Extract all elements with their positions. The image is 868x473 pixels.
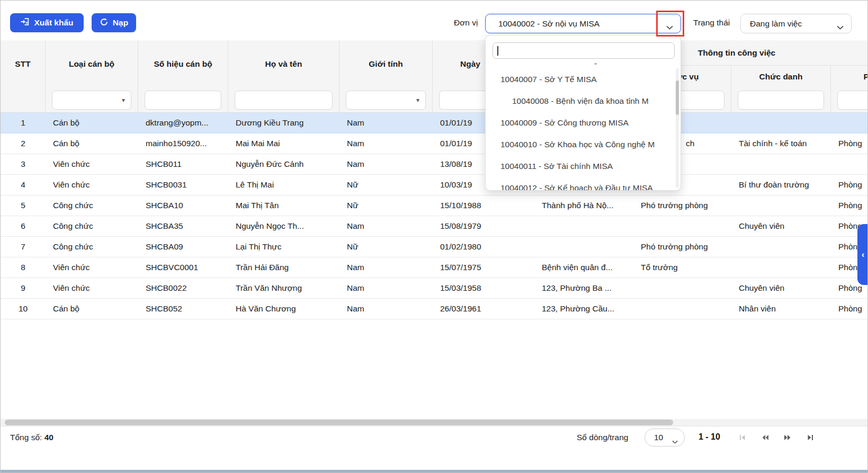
cell-chuc_vu: [633, 216, 731, 236]
cell-phong_ban: [831, 113, 868, 133]
page-size-value: 10: [654, 433, 663, 442]
cell-stt: 9: [1, 278, 46, 298]
cell-col_hidden: Bệnh viện quân đ...: [534, 257, 633, 278]
cell-so_hieu: SHCB0022: [138, 278, 228, 298]
cell-gioi_tinh: Nam: [339, 278, 433, 298]
table-row[interactable]: 10Cán bộSHCB052Hà Văn ChươngNam26/03/196…: [1, 299, 868, 319]
unit-dropdown-item[interactable]: 10040007 - Sở Y Tế MISA: [486, 68, 677, 90]
cell-loai_can_bo: Công chức: [46, 237, 138, 257]
table-row[interactable]: 7Công chứcSHCBA09Lại Thị ThựcNữ01/02/198…: [1, 237, 868, 257]
horizontal-scrollbar-thumb[interactable]: [5, 420, 673, 425]
cell-so_hieu: SHCB052: [138, 299, 228, 319]
unit-dropdown-search-input[interactable]: [493, 42, 675, 59]
cell-col_hidden: [534, 216, 633, 236]
first-page-button[interactable]: [738, 433, 747, 442]
cell-chuc_danh: Bí thư đoàn trường: [731, 175, 831, 195]
page-range: 1 - 10: [699, 432, 720, 442]
export-button[interactable]: x Xuất khẩu: [10, 13, 84, 32]
cell-phong_ban: Phòng: [831, 195, 868, 216]
table-row[interactable]: 9Viên chứcSHCB0022Trần Văn NhượngNam15/0…: [1, 278, 868, 299]
cell-stt: 6: [1, 216, 46, 236]
cell-loai_can_bo: Công chức: [46, 216, 138, 236]
unit-dropdown-item[interactable]: 10040011 - Sở Tài chính MISA: [486, 155, 677, 177]
unit-dropdown-partial-item: -: [486, 59, 676, 68]
toolbar: x Xuất khẩu Nạp Đơn vị 10040002 - Sở nội…: [1, 1, 867, 40]
table-row[interactable]: 4Viên chứcSHCB0031Lê Thị MaiNữ10/03/19Bí…: [1, 175, 868, 195]
cell-ho_ten: Mai Mai Mai: [228, 133, 339, 154]
text-caret: [497, 46, 498, 56]
filter-cell-stt: [1, 88, 46, 112]
cell-ho_ten: Lê Thị Mai: [228, 175, 339, 195]
filter-input-phong_ban[interactable]: [837, 91, 868, 110]
header-cell-so_hieu[interactable]: Số hiệu cán bộ: [138, 40, 228, 88]
previous-page-button[interactable]: [761, 433, 769, 442]
side-panel-toggle[interactable]: ‹: [857, 224, 868, 285]
cell-so_hieu: mainho150920...: [138, 133, 228, 154]
unit-dropdown-item[interactable]: 10040008 - Bệnh viện đa khoa tỉnh M: [486, 90, 677, 112]
cell-stt: 7: [1, 237, 46, 257]
header-cell-chuc_danh[interactable]: Chức danh: [731, 66, 831, 88]
window-bottom-edge: [1, 470, 868, 473]
cell-loai_can_bo: Viên chức: [46, 257, 138, 278]
table-row[interactable]: 6Công chứcSHCBA35Nguyễn Ngọc Th...Nam15/…: [1, 216, 868, 237]
unit-select[interactable]: 10040002 - Sở nội vụ MISA: [485, 14, 681, 33]
cell-chuc_danh: [731, 113, 831, 133]
cell-ngay: 26/03/1961: [433, 299, 534, 319]
cell-stt: 4: [1, 175, 46, 195]
filter-input-loai_can_bo[interactable]: ▾: [52, 91, 131, 110]
table-row[interactable]: 5Công chứcSHCBA10Mai Thị TânNữ15/10/1988…: [1, 195, 868, 216]
status-select-value: Đang làm việc: [750, 19, 802, 29]
cell-ho_ten: Dương Kiều Trang: [228, 113, 339, 133]
unit-dropdown-item[interactable]: 10040012 - Sở Kế hoạch và Đầu tư MISA: [486, 177, 677, 191]
cell-gioi_tinh: Nữ: [339, 237, 433, 257]
page-size-select[interactable]: 10: [645, 429, 685, 447]
cell-chuc_danh: Tài chính - kế toán: [731, 133, 831, 154]
cell-gioi_tinh: Nam: [339, 154, 433, 174]
cell-phong_ban: [831, 154, 868, 174]
status-filter-label: Trạng thái: [693, 18, 730, 28]
cell-stt: 10: [1, 299, 46, 319]
total-count: Tổng số: 40: [10, 433, 53, 442]
svg-text:x: x: [25, 20, 28, 25]
unit-dropdown-item[interactable]: 10040010 - Sở Khoa học và Công nghệ M: [486, 133, 677, 155]
cell-so_hieu: SHCBA10: [138, 195, 228, 216]
cell-loai_can_bo: Viên chức: [46, 278, 138, 298]
filter-input-ho_ten[interactable]: [235, 91, 333, 110]
header-cell-stt[interactable]: STT: [1, 40, 46, 88]
cell-chuc_danh: Chuyên viên: [731, 278, 831, 298]
cell-gioi_tinh: Nam: [339, 133, 433, 154]
cell-gioi_tinh: Nam: [339, 113, 433, 133]
cell-phong_ban: Phòng: [831, 133, 868, 154]
cell-so_hieu: dktrang@yopm...: [138, 113, 228, 133]
cell-ngay: 15/10/1988: [433, 195, 534, 216]
cell-stt: 8: [1, 257, 46, 278]
next-page-button[interactable]: [783, 433, 792, 442]
filter-input-so_hieu[interactable]: [145, 91, 221, 110]
cell-chuc_vu: [633, 299, 731, 319]
table-row[interactable]: 3Viên chứcSHCB011Nguyễn Đức CảnhNam13/08…: [1, 154, 868, 175]
reload-button[interactable]: Nạp: [92, 13, 136, 32]
cell-gioi_tinh: Nữ: [339, 195, 433, 216]
cell-col_hidden: 123, Phường Cầu...: [534, 299, 633, 319]
table-row[interactable]: 1Cán bộdktrang@yopm...Dương Kiều TrangNa…: [1, 113, 868, 133]
header-cell-gioi_tinh[interactable]: Giới tính: [339, 40, 433, 88]
header-cell-ho_ten[interactable]: Họ và tên: [228, 40, 339, 88]
cell-ho_ten: Lại Thị Thực: [228, 237, 339, 257]
status-select[interactable]: Đang làm việc: [740, 14, 852, 33]
table-row[interactable]: 2Cán bộmainho150920...Mai Mai MaiNam01/0…: [1, 133, 868, 154]
filter-input-chuc_danh[interactable]: [738, 91, 824, 110]
header-cell-phong_ban[interactable]: Phòng ban: [831, 66, 868, 88]
cell-ngay: 15/07/1975: [433, 257, 534, 278]
cell-loai_can_bo: Cán bộ: [46, 299, 138, 319]
cell-chuc_danh: [731, 195, 831, 216]
filter-input-gioi_tinh[interactable]: ▾: [346, 91, 426, 110]
header-cell-loai_can_bo[interactable]: Loại cán bộ: [46, 40, 138, 88]
unit-dropdown-panel: - 10040007 - Sở Y Tế MISA10040008 - Bệnh…: [485, 35, 681, 191]
dropdown-triangle-icon: ▾: [122, 96, 125, 104]
cell-chuc_vu: Phó trưởng phòng: [633, 195, 731, 216]
unit-dropdown-item[interactable]: 10040009 - Sở Công thương MISA: [486, 112, 677, 133]
filter-cell-phong_ban: [831, 88, 868, 112]
table-row[interactable]: 8Viên chứcSHCBVC0001Trần Hải ĐăngNam15/0…: [1, 257, 868, 278]
dropdown-scrollbar-thumb[interactable]: [676, 81, 679, 115]
last-page-button[interactable]: [806, 433, 815, 442]
